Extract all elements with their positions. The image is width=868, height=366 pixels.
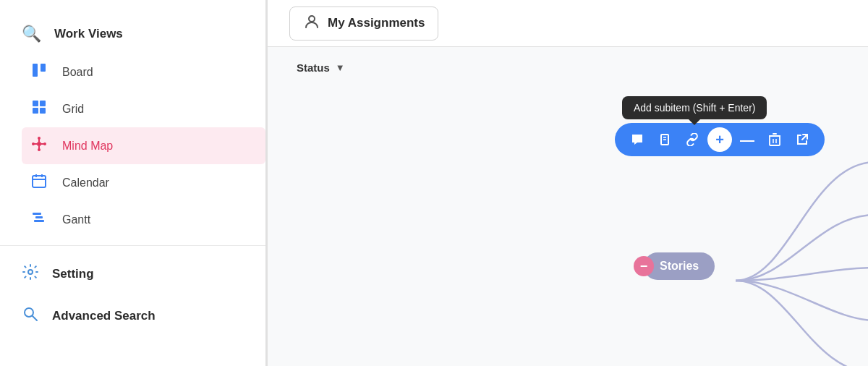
- svg-rect-4: [33, 108, 38, 114]
- comment-button[interactable]: [625, 127, 650, 152]
- gantt-label: Gantt: [62, 213, 90, 226]
- board-label: Board: [62, 66, 93, 79]
- sidebar-section-advanced-search[interactable]: Advanced Search: [0, 295, 265, 337]
- svg-point-25: [309, 16, 315, 22]
- my-assignments-label: My Assignments: [328, 16, 425, 30]
- sidebar: 🔍 Work Views Board Gr: [0, 0, 268, 366]
- work-views-icon: 🔍: [22, 25, 41, 43]
- sidebar-section-setting[interactable]: Setting: [0, 253, 265, 295]
- svg-point-14: [43, 142, 46, 145]
- svg-rect-29: [770, 136, 780, 145]
- status-bar: Status ▼: [282, 54, 854, 81]
- svg-rect-1: [41, 64, 46, 72]
- mindmap-area: Status ▼ Add subitem (Shift + Enter): [268, 47, 868, 366]
- svg-point-22: [28, 270, 33, 274]
- svg-rect-3: [40, 101, 46, 106]
- stories-node: − Stories: [644, 252, 715, 280]
- work-views-label: Work Views: [54, 27, 123, 41]
- board-icon: [29, 62, 49, 82]
- tooltip-text: Add subitem (Shift + Enter): [634, 102, 755, 114]
- svg-rect-2: [33, 101, 38, 106]
- delete-button[interactable]: [762, 127, 787, 152]
- svg-point-13: [32, 142, 35, 145]
- mindmap-connections: [268, 47, 868, 366]
- status-chevron-icon[interactable]: ▼: [336, 62, 345, 73]
- calendar-label: Calendar: [62, 176, 109, 190]
- svg-line-24: [33, 316, 37, 320]
- stories-collapse-button[interactable]: −: [634, 256, 654, 276]
- link-button[interactable]: [680, 127, 705, 152]
- mindmap-icon: [29, 136, 49, 156]
- advanced-search-label: Advanced Search: [52, 309, 156, 323]
- mindmap-label: Mind Map: [62, 140, 113, 153]
- svg-point-23: [25, 308, 33, 317]
- calendar-icon: [29, 173, 49, 192]
- sidebar-divider-1: [0, 245, 265, 246]
- setting-label: Setting: [52, 267, 94, 281]
- main-content: My Assignments Status ▼ Add subitem (Shi…: [268, 0, 868, 366]
- sidebar-item-board[interactable]: Board: [22, 54, 265, 90]
- svg-point-11: [38, 137, 41, 140]
- grid-label: Grid: [62, 103, 84, 116]
- svg-rect-0: [33, 64, 38, 77]
- setting-icon: [22, 263, 39, 285]
- sidebar-item-gantt[interactable]: Gantt: [22, 201, 265, 238]
- mindmap-toolbar: + —: [615, 123, 825, 156]
- sidebar-section-work-views[interactable]: 🔍 Work Views: [0, 14, 265, 54]
- svg-point-12: [38, 148, 41, 151]
- main-header: My Assignments: [268, 0, 868, 47]
- stories-label: Stories: [644, 252, 715, 280]
- add-subitem-tooltip: Add subitem (Shift + Enter): [622, 96, 767, 119]
- sidebar-item-grid[interactable]: Grid: [22, 90, 265, 127]
- advanced-search-icon: [22, 305, 39, 327]
- svg-point-6: [37, 142, 41, 146]
- svg-rect-5: [40, 108, 46, 114]
- svg-rect-21: [34, 220, 44, 222]
- svg-rect-20: [35, 216, 43, 218]
- grid-icon: [29, 99, 49, 119]
- sidebar-nav-items: Board Grid: [22, 54, 265, 238]
- svg-rect-19: [33, 213, 41, 215]
- status-label: Status: [297, 61, 330, 74]
- collapse-button[interactable]: —: [735, 127, 760, 152]
- my-assignments-button[interactable]: My Assignments: [289, 7, 438, 41]
- sidebar-item-mindmap[interactable]: Mind Map: [22, 127, 265, 164]
- assignments-icon: [303, 13, 320, 34]
- attach-button[interactable]: [652, 127, 677, 152]
- gantt-icon: [29, 210, 49, 229]
- add-subitem-button[interactable]: +: [707, 127, 732, 152]
- open-button[interactable]: [790, 127, 814, 152]
- svg-line-36: [802, 135, 807, 140]
- sidebar-item-calendar[interactable]: Calendar: [22, 164, 265, 201]
- svg-rect-15: [33, 176, 46, 187]
